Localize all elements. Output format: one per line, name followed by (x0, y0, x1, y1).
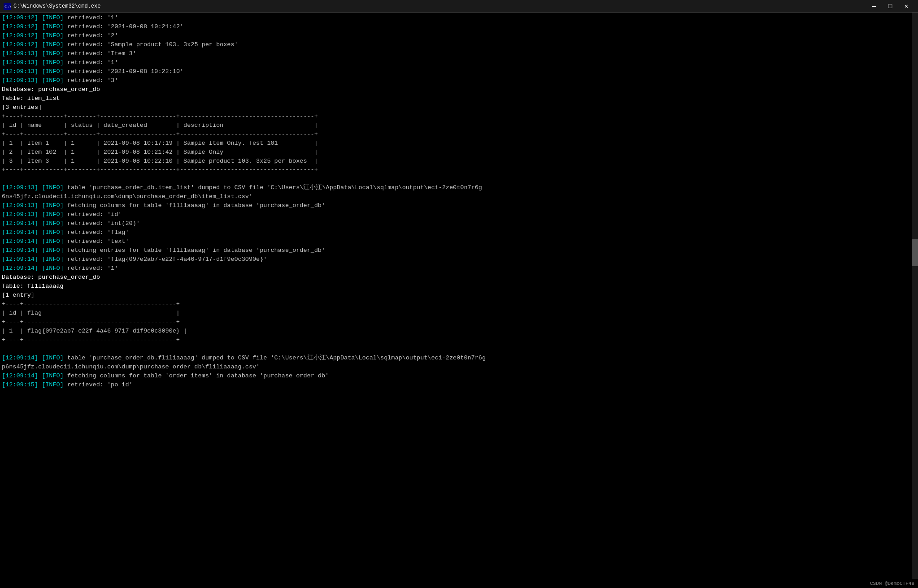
bottom-label: CSDN @DemoCTF48 (870, 581, 914, 586)
terminal-content: [12:09:12] [INFO] retrieved: '1' [12:09:… (2, 13, 916, 389)
titlebar-controls: — □ ✕ (866, 0, 914, 13)
window: C:\ C:\Windows\System32\cmd.exe — □ ✕ [1… (0, 0, 918, 588)
maximize-button[interactable]: □ (882, 0, 898, 13)
scrollbar-thumb[interactable] (912, 239, 918, 266)
terminal-body: [12:09:12] [INFO] retrieved: '1' [12:09:… (0, 13, 918, 579)
cmd-icon: C:\ (4, 3, 11, 10)
titlebar-title: C:\Windows\System32\cmd.exe (13, 3, 100, 9)
svg-text:C:\: C:\ (4, 4, 11, 9)
titlebar-left: C:\ C:\Windows\System32\cmd.exe (4, 3, 100, 10)
scrollbar[interactable] (912, 13, 918, 579)
bottom-bar: CSDN @DemoCTF48 (0, 579, 918, 588)
minimize-button[interactable]: — (866, 0, 882, 13)
close-button[interactable]: ✕ (898, 0, 914, 13)
titlebar: C:\ C:\Windows\System32\cmd.exe — □ ✕ (0, 0, 918, 13)
